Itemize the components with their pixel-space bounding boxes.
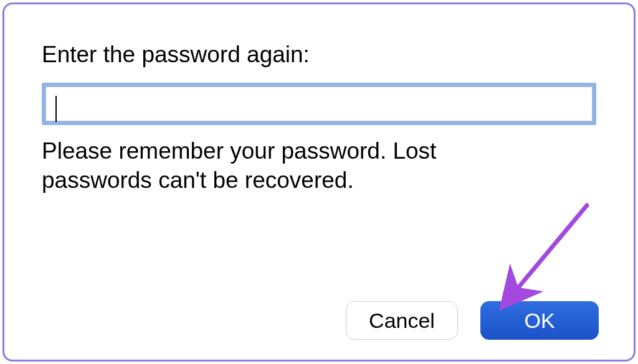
password-input[interactable]	[45, 86, 593, 121]
cancel-button[interactable]: Cancel	[346, 301, 458, 340]
warning-text: Please remember your password. Lost pass…	[42, 136, 503, 195]
password-input-focus-ring	[42, 83, 596, 125]
password-confirm-dialog: Enter the password again: Please remembe…	[2, 2, 636, 362]
ok-button[interactable]: OK	[480, 301, 599, 340]
prompt-label: Enter the password again:	[42, 42, 596, 68]
annotation-arrow-icon	[490, 200, 596, 312]
dialog-button-row: Cancel OK	[346, 301, 599, 340]
text-caret	[55, 96, 57, 122]
